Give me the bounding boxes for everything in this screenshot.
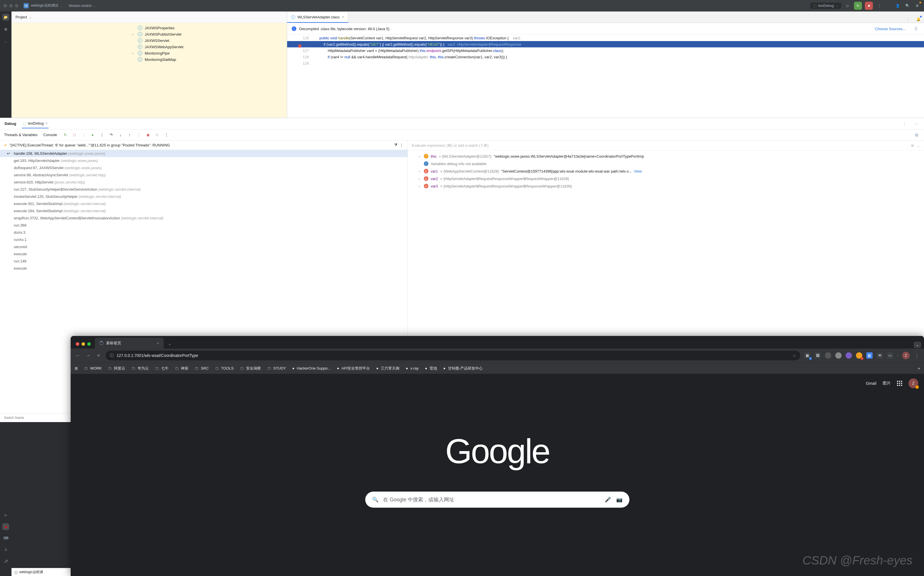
stop-button[interactable]: ■ (865, 2, 873, 10)
stack-frame[interactable]: get:193, HttpServletAdapter (weblogic.ws… (0, 157, 408, 164)
apps-icon[interactable]: ⊞ (75, 366, 78, 370)
site-info-icon[interactable]: ⓘ (110, 353, 114, 358)
code-editor[interactable]: 125 public void handle(ServletContext va… (287, 35, 924, 66)
profile-avatar[interactable]: Z (902, 352, 910, 359)
forward-button[interactable]: → (85, 353, 91, 358)
variable-row[interactable]: ›pvar3 = {HttpServletAdapter$RequestResp… (408, 182, 924, 190)
debug-button[interactable]: ↻ (854, 2, 862, 10)
tree-item[interactable]: ›CJAXWSPublishServlet (11, 31, 287, 37)
settings-icon[interactable]: ⚙ (914, 2, 921, 9)
bookmark-item[interactable]: 🗀安全洞察 (240, 366, 261, 371)
add-watch-icon[interactable]: ⊕ (911, 143, 914, 147)
tree-item[interactable]: CMonitoringStatMap (11, 56, 287, 62)
layout-icon[interactable]: ▦ (913, 131, 920, 138)
bookmark-item[interactable]: ●x-ray (406, 366, 419, 370)
collaborate-icon[interactable]: 👤 (894, 2, 901, 9)
step-out-icon[interactable]: ↑ (127, 132, 133, 138)
code-line[interactable]: 129 (287, 60, 924, 66)
window-controls[interactable] (3, 4, 18, 8)
browser-window-controls[interactable] (74, 342, 95, 349)
google-search-box[interactable]: 🔍 在 Google 中搜索，或输入网址 🎤 📷 (365, 491, 630, 508)
address-bar[interactable]: ⓘ 127.0.0.1:7001/wls-wsat/CoordinatorPor… (106, 350, 800, 360)
variable-row[interactable]: iVariables debug info not available (408, 160, 924, 167)
run-icon[interactable]: ▷ (844, 2, 851, 9)
project-tree[interactable]: CJAXWSProperties›CJAXWSPublishServletCJA… (11, 23, 287, 118)
tree-item[interactable]: CJAXWSServlet (11, 37, 287, 44)
stack-frame[interactable]: doAs:3 (0, 229, 408, 236)
stack-frame[interactable]: execute:184, ServletStubImpl (weblogic.s… (0, 207, 408, 214)
git-tool-icon[interactable]: ⎇ (2, 558, 9, 565)
ext-icon[interactable]: ✉ (877, 352, 883, 358)
search-icon[interactable]: 🔍 (904, 2, 911, 9)
ext-icon[interactable]: ▦0 (804, 352, 810, 358)
stack-frame[interactable]: doRequest:97, JAXWSServlet (weblogic.wse… (0, 164, 408, 171)
tree-item[interactable]: ›CMonitoringPipe (11, 50, 287, 56)
step-into-icon[interactable]: ↓ (118, 132, 123, 138)
choose-sources-link[interactable]: Choose Sources... (875, 27, 906, 31)
stack-frame[interactable]: execute:301, ServletStubImpl (weblogic.s… (0, 200, 408, 207)
stop-icon[interactable]: □ (72, 132, 77, 138)
bookmark-item[interactable]: 🗀华为云 (131, 366, 149, 371)
notifications-icon[interactable]: 🔔 (915, 16, 922, 23)
project-tool-icon[interactable]: 📁 (2, 14, 9, 21)
code-line[interactable]: 127 HttpMetadataPublisher var4 = (HttpMe… (287, 47, 924, 54)
stack-frame[interactable]: wrapRun:3732, WebAppServletContext$Servl… (0, 214, 408, 222)
bookmark-item[interactable]: 🗀七牛 (155, 366, 169, 371)
tree-item[interactable]: CJAXWSWebAppServlet (11, 44, 287, 50)
ext-icon[interactable]: ▦ (866, 352, 873, 358)
thread-row[interactable]: ✔ "[ACTIVE] ExecuteThread: '6' for queue… (0, 141, 408, 150)
bookmark-item[interactable]: ●HackerOne Suppo... (292, 366, 331, 370)
mute-breakpoints-icon[interactable]: ⊘ (155, 132, 160, 138)
variable-row[interactable]: ›pvar2 = {HttpServletAdapter$RequestResp… (408, 175, 924, 182)
variable-list[interactable]: ›fthis = {WLSServletAdapter@11627} "webl… (408, 151, 924, 192)
statusbar-project[interactable]: ▢ weblogic远程调 (14, 570, 43, 574)
rerun-icon[interactable]: ↻ (63, 132, 68, 138)
tab-debug-session[interactable]: ⬚ testDebug × (22, 119, 48, 128)
project-panel-header[interactable]: Project ⌄ (11, 11, 287, 23)
run-tool-icon[interactable]: ▷ (2, 512, 9, 518)
view-breakpoints-icon[interactable]: ◉ (145, 132, 151, 138)
images-link[interactable]: 图片 (882, 381, 891, 386)
stack-frame[interactable]: run:149 (0, 258, 408, 265)
new-tab-button[interactable]: ＋ (165, 340, 174, 349)
bookmark-item[interactable]: 🗀WORK (84, 366, 102, 370)
close-icon[interactable]: × (342, 15, 344, 19)
voice-search-icon[interactable]: 🎤 (605, 496, 611, 503)
debug-more-icon[interactable]: ⋮ (901, 120, 908, 127)
back-button[interactable]: ← (75, 353, 81, 358)
tab-overflow-button[interactable]: ⌄ (914, 342, 921, 348)
gmail-link[interactable]: Gmail (866, 381, 876, 386)
stack-frame[interactable]: invokeServlet:125, StubSecurityHelper (w… (0, 193, 408, 200)
menu-icon[interactable]: ⋮ (914, 352, 920, 358)
close-icon[interactable]: × (45, 122, 47, 125)
bookmark-item[interactable]: 🗀TOOLS (215, 366, 234, 370)
minimize-icon[interactable]: — (913, 120, 920, 127)
console-tab[interactable]: Console (43, 133, 57, 137)
tree-item[interactable]: CJAXWSProperties (11, 25, 287, 31)
variable-row[interactable]: ›pvar1 = {WebAppServletContext@11628} "S… (408, 167, 924, 175)
project-name[interactable]: weblogic远程调试 (31, 3, 58, 8)
cancel-button[interactable]: × (95, 353, 102, 358)
problems-tool-icon[interactable]: ⚠ (2, 546, 9, 553)
ext-icon[interactable] (825, 352, 831, 358)
bookmark-item[interactable]: 🗀SRC (195, 366, 208, 370)
threads-tab[interactable]: Threads & Variables (4, 133, 38, 137)
stack-frame[interactable]: execute (0, 250, 408, 258)
code-line[interactable]: if (var2.getMethod().equals("GET") || va… (287, 41, 924, 47)
structure-tool-icon[interactable]: ⊞ (2, 26, 9, 33)
stack-frame[interactable]: service:820, HttpServlet (javax.servlet.… (0, 179, 408, 186)
code-line[interactable]: 125 public void handle(ServletContext va… (287, 35, 924, 41)
stack-frame[interactable]: run:369 (0, 222, 408, 229)
lens-icon[interactable]: 📷 (616, 496, 622, 503)
bookmark-item[interactable]: 🗀STUDY (267, 366, 286, 370)
terminal-tool-icon[interactable]: ⌨ (2, 534, 9, 542)
resume-icon[interactable]: ▸ (90, 132, 96, 138)
more-icon[interactable]: ⋮ (876, 2, 882, 9)
bookmark-overflow-icon[interactable]: » (918, 366, 920, 370)
debug-tool-icon[interactable]: 🐞 (2, 523, 9, 530)
stack-frame[interactable]: service:99, AbstractAsyncServlet (weblog… (0, 171, 408, 179)
ext-icon[interactable]: 1 (856, 352, 862, 358)
ext-icon[interactable] (835, 352, 842, 358)
tab-debug[interactable]: Debug (4, 118, 17, 129)
close-icon[interactable]: × (157, 341, 159, 346)
